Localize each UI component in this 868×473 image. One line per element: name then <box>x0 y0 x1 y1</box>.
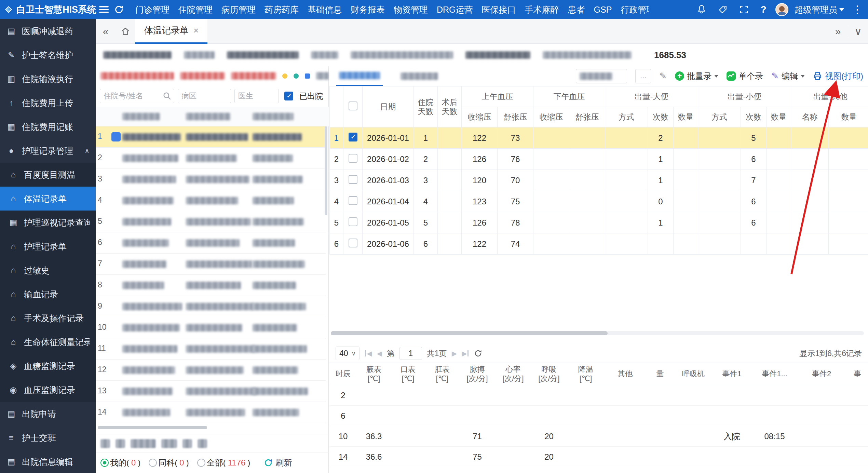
pager-next-icon[interactable] <box>182 439 192 448</box>
patient-row[interactable]: 7 <box>96 254 326 275</box>
nav-item[interactable]: 物资管理 <box>394 4 428 15</box>
discharged-checkbox[interactable] <box>284 92 293 100</box>
vertical-scrollbar[interactable] <box>325 126 327 215</box>
patient-row[interactable]: 11 <box>96 338 326 360</box>
grid-tab-2[interactable] <box>398 66 441 86</box>
page-number-input[interactable] <box>399 347 422 360</box>
sidebar-item[interactable]: ▦护理巡视记录查询 <box>0 211 96 234</box>
nav-item[interactable]: 门诊管理 <box>135 4 169 15</box>
nav-item[interactable]: DRG运营 <box>437 4 473 15</box>
sidebar-item[interactable]: ●护理记录管理∧ <box>0 139 96 163</box>
grid-row[interactable]: 32026-01-0331207017 <box>330 170 868 191</box>
col-stool-mode[interactable]: 方式 <box>605 107 648 127</box>
row-checkbox[interactable] <box>349 154 357 163</box>
col-pm-systolic[interactable]: 收缩压 <box>533 107 569 127</box>
patient-row[interactable]: 4 <box>96 190 326 211</box>
grid-row[interactable]: 42026-01-0441237506 <box>330 191 868 212</box>
col-stay-days[interactable]: 住院 天数 <box>414 86 438 127</box>
radio-all-icon[interactable] <box>197 459 205 467</box>
sidebar-item[interactable]: ▥住院输液执行 <box>0 67 96 91</box>
patient-row[interactable]: 8 <box>96 275 326 296</box>
row-checkbox[interactable] <box>349 175 357 184</box>
sidebar-item[interactable]: ⌂输血记录 <box>0 282 96 306</box>
refresh-icon[interactable] <box>111 2 126 17</box>
help-icon[interactable]: ? <box>758 4 769 15</box>
vitals-row[interactable]: 1436.67520 <box>329 447 868 467</box>
pager-last-icon[interactable]: ▶ <box>462 349 469 357</box>
pager-next-icon[interactable]: ▶ <box>452 349 457 357</box>
row-checkbox[interactable] <box>349 196 357 205</box>
patient-row[interactable]: 2 <box>96 148 326 169</box>
grid-tab-active[interactable] <box>336 66 383 86</box>
patient-row[interactable]: 12 <box>96 360 326 381</box>
sidebar-item[interactable]: ▤出院申请 <box>0 402 96 426</box>
radio-same-dept[interactable]: 同科(0) <box>149 457 189 468</box>
patient-row[interactable]: 6 <box>96 232 326 254</box>
sidebar-item[interactable]: ⌂护理记录单 <box>0 234 96 258</box>
sidebar-item[interactable]: ⌂过敏史 <box>0 258 96 282</box>
sidebar-item[interactable]: ↑住院费用上传 <box>0 91 96 115</box>
doctor-select[interactable] <box>234 89 279 103</box>
print-view-button[interactable]: 视图(打印) <box>813 71 863 82</box>
patient-row[interactable]: 3 <box>96 169 326 190</box>
grid-row[interactable]: 12026-01-0111227325 <box>330 127 868 149</box>
tab-temperature-record[interactable]: 体温记录单 × <box>135 19 207 44</box>
pager-prev-icon[interactable]: ◀ <box>377 349 382 357</box>
nav-item[interactable]: 患者 <box>568 4 585 15</box>
sidebar-item[interactable]: ⌂生命体征测量记录 <box>0 330 96 354</box>
select-all-checkbox[interactable] <box>349 102 357 110</box>
radio-mine[interactable]: 我的(0) <box>100 457 140 468</box>
patient-row[interactable]: 5 <box>96 211 326 232</box>
scrollbar-thumb[interactable] <box>331 331 608 335</box>
grid-row[interactable]: 62026-01-06612274 <box>330 233 868 255</box>
expand-tabs-icon[interactable]: » <box>828 19 848 44</box>
sidebar-item[interactable]: ◉血压监测记录 <box>0 378 96 402</box>
tab-list-dropdown-icon[interactable]: ∨ <box>848 19 868 44</box>
sidebar-item[interactable]: ▤医嘱冲减退药 <box>0 19 96 43</box>
toolbar-input[interactable] <box>576 69 627 83</box>
pager-reload-icon[interactable] <box>474 349 482 357</box>
patient-row[interactable]: 14 <box>96 402 326 423</box>
col-other-name[interactable]: 名称 <box>791 107 829 127</box>
row-checkbox[interactable] <box>349 239 357 247</box>
pager-prev-icon[interactable] <box>116 439 125 448</box>
ward-select[interactable] <box>178 89 231 103</box>
nav-item[interactable]: GSP <box>594 5 612 15</box>
sidebar-item[interactable]: ⌂体温记录单 <box>0 187 96 211</box>
horizontal-scrollbar[interactable] <box>98 426 207 429</box>
col-postop-days[interactable]: 术后 天数 <box>438 86 462 127</box>
pager-page-box[interactable] <box>131 439 156 448</box>
col-date[interactable]: 日期 <box>363 86 414 127</box>
sidebar-item[interactable]: ≡护士交班 <box>0 426 96 450</box>
grid-row[interactable]: 22026-01-0221267616 <box>330 149 868 170</box>
single-entry-button[interactable]: 单个录 <box>727 71 763 82</box>
home-icon[interactable] <box>116 19 135 44</box>
nav-item[interactable]: 病历管理 <box>221 4 256 15</box>
sidebar-item[interactable]: ⌂手术及操作记录 <box>0 306 96 330</box>
sidebar-item[interactable]: ◈血糖监测记录 <box>0 354 96 378</box>
refresh-list-button[interactable]: 刷新 <box>264 457 292 468</box>
grid-horizontal-scrollbar[interactable] <box>331 331 864 335</box>
pencil-icon[interactable]: ✎ <box>659 71 667 81</box>
nav-item[interactable]: 手术麻醉 <box>525 4 559 15</box>
hamburger-menu-icon[interactable] <box>96 2 111 17</box>
col-other-amount[interactable]: 数量 <box>829 107 868 127</box>
vitals-row[interactable]: 6 <box>329 406 868 426</box>
nav-item[interactable]: 医保接口 <box>482 4 516 15</box>
patient-row[interactable]: 10 <box>96 317 326 338</box>
patient-list-pagination[interactable] <box>96 434 329 452</box>
col-urine-times[interactable]: 次数 <box>741 107 767 127</box>
grid-row[interactable]: 52026-01-0551267816 <box>330 212 868 233</box>
fullscreen-icon[interactable] <box>736 2 751 17</box>
sidebar-item[interactable]: ⌂百度度目测温 <box>0 163 96 187</box>
user-menu[interactable]: 超级管理员 <box>795 4 844 15</box>
col-am-systolic[interactable]: 收缩压 <box>462 107 498 127</box>
batch-entry-button[interactable]: + 批量录 <box>675 71 718 82</box>
vitals-row[interactable]: 1036.37120入院08:15 <box>329 426 868 447</box>
close-icon[interactable]: × <box>193 25 199 36</box>
radio-dept-icon[interactable] <box>149 459 157 467</box>
sidebar-item[interactable]: ▦住院费用记账 <box>0 115 96 139</box>
user-avatar[interactable] <box>775 3 788 16</box>
col-am-diastolic[interactable]: 舒张压 <box>498 107 533 127</box>
nav-item[interactable]: 财务报表 <box>351 4 385 15</box>
